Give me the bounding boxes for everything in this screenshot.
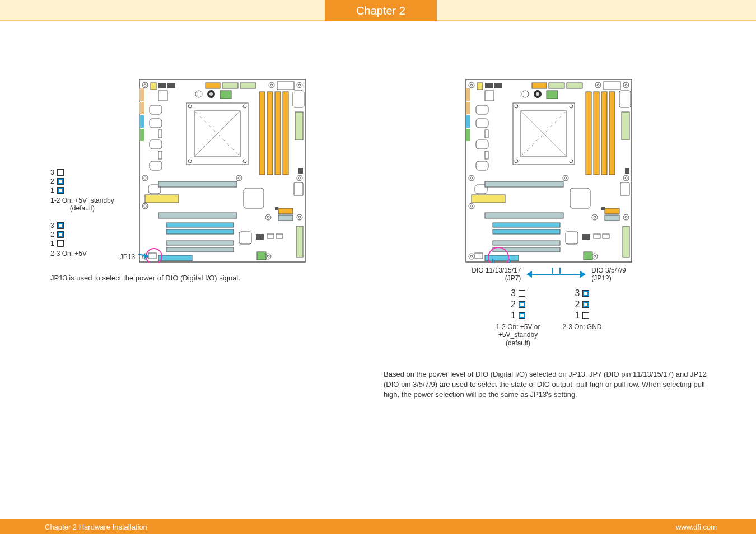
right-column: DIO 11/13/15/17 (JP7) DIO 3/5/7/9 (JP12)… xyxy=(384,78,714,400)
pin-number: 3 xyxy=(575,288,580,298)
pin-number: 2 xyxy=(575,299,580,310)
svg-rect-143 xyxy=(485,181,563,187)
svg-point-114 xyxy=(522,91,529,97)
motherboard-diagram-right xyxy=(465,78,633,263)
svg-rect-73 xyxy=(239,232,251,244)
svg-rect-29 xyxy=(139,115,144,128)
svg-rect-107 xyxy=(604,82,620,90)
callout-right-sub: (JP12) xyxy=(591,274,611,282)
svg-rect-78 xyxy=(296,226,303,257)
svg-marker-170 xyxy=(580,271,586,278)
svg-rect-28 xyxy=(139,102,144,114)
left-description: JP13 is used to select the power of DIO … xyxy=(50,273,364,283)
svg-rect-51 xyxy=(267,92,273,175)
svg-rect-52 xyxy=(275,92,281,175)
jumper-pin-open xyxy=(519,290,525,297)
svg-rect-27 xyxy=(139,88,144,101)
svg-rect-36 xyxy=(150,105,162,114)
footer-right: www.dfi.com xyxy=(676,523,717,531)
svg-rect-164 xyxy=(485,255,519,261)
svg-rect-41 xyxy=(150,161,162,170)
jumper-pin-shunt xyxy=(57,231,64,238)
svg-rect-122 xyxy=(485,151,488,159)
pin-number: 3 xyxy=(50,168,54,176)
svg-rect-79 xyxy=(148,253,156,259)
double-arrow-icon xyxy=(525,268,587,281)
callout-left: DIO 11/13/15/17 xyxy=(472,266,521,274)
svg-rect-138 xyxy=(620,182,629,196)
svg-rect-68 xyxy=(278,208,293,214)
jumper-label: 1-2 On: +5V or +5V_standby (default) xyxy=(496,323,540,347)
svg-rect-55 xyxy=(298,168,303,174)
svg-rect-137 xyxy=(625,168,629,174)
pin-number: 1 xyxy=(50,240,54,247)
pin-number: 1 xyxy=(575,311,580,321)
pin-number: 2 xyxy=(50,177,54,185)
svg-rect-159 xyxy=(584,252,592,260)
svg-rect-74 xyxy=(256,234,264,240)
pin-number: 2 xyxy=(511,299,516,310)
left-column: 3 2 1 1-2 On: +5V_standby (default) 3 2 … xyxy=(50,78,364,283)
right-callouts: DIO 11/13/15/17 (JP7) DIO 3/5/7/9 (JP12) xyxy=(384,266,714,283)
svg-point-34 xyxy=(209,92,213,96)
svg-rect-77 xyxy=(257,252,266,260)
svg-rect-40 xyxy=(158,151,162,159)
svg-rect-140 xyxy=(472,195,505,203)
svg-rect-61 xyxy=(158,181,237,187)
svg-rect-58 xyxy=(145,195,179,203)
pin-number: 2 xyxy=(50,231,54,238)
svg-rect-104 xyxy=(532,83,547,88)
svg-rect-66 xyxy=(166,247,234,252)
svg-rect-20 xyxy=(158,83,166,88)
pin-number: 1 xyxy=(511,311,516,321)
svg-rect-123 xyxy=(476,161,488,170)
svg-marker-169 xyxy=(526,271,532,278)
svg-rect-149 xyxy=(570,188,590,208)
svg-rect-72 xyxy=(275,207,278,210)
svg-rect-30 xyxy=(139,129,144,141)
jumper-pin-shunt xyxy=(57,178,64,185)
svg-rect-119 xyxy=(476,119,488,128)
callout-right: DIO 3/5/7/9 xyxy=(591,266,626,274)
svg-rect-21 xyxy=(167,83,175,88)
pin-number: 3 xyxy=(50,222,54,229)
svg-rect-156 xyxy=(582,234,590,240)
svg-rect-108 xyxy=(619,91,631,107)
svg-rect-160 xyxy=(623,226,629,257)
jumper-pin-shunt xyxy=(57,222,64,229)
svg-rect-53 xyxy=(283,92,288,175)
jumper-pin-open xyxy=(57,240,64,247)
motherboard-diagram xyxy=(138,78,306,263)
svg-rect-113 xyxy=(485,91,494,101)
svg-rect-151 xyxy=(605,215,619,221)
jumper-pin-open xyxy=(57,169,64,176)
svg-rect-31 xyxy=(158,91,167,101)
jumper-pin-shunt xyxy=(519,301,525,308)
pin-number: 3 xyxy=(511,288,516,298)
callout-left-sub: (JP7) xyxy=(505,274,521,282)
jumper-pin-open xyxy=(582,312,589,319)
svg-point-116 xyxy=(536,92,539,96)
svg-rect-109 xyxy=(466,88,470,101)
svg-rect-135 xyxy=(609,92,615,175)
svg-rect-50 xyxy=(259,92,265,175)
jumper-label: 2-3 On: GND xyxy=(563,323,602,331)
jumper-pin-shunt xyxy=(57,187,64,194)
svg-rect-37 xyxy=(150,119,162,128)
svg-rect-63 xyxy=(166,223,234,227)
svg-rect-155 xyxy=(566,232,578,244)
svg-rect-67 xyxy=(244,188,264,208)
jp13-label: JP13 xyxy=(120,253,135,261)
svg-rect-133 xyxy=(594,92,599,175)
svg-rect-145 xyxy=(493,223,560,227)
svg-rect-136 xyxy=(622,112,629,140)
svg-rect-105 xyxy=(549,83,564,88)
svg-rect-38 xyxy=(158,130,162,138)
svg-rect-24 xyxy=(240,83,256,88)
svg-rect-23 xyxy=(222,83,238,88)
svg-rect-35 xyxy=(220,91,231,99)
svg-rect-103 xyxy=(494,83,502,88)
svg-rect-111 xyxy=(466,115,470,128)
jumper-label: 2-3 On: +5V xyxy=(50,250,87,257)
svg-rect-134 xyxy=(601,92,607,175)
